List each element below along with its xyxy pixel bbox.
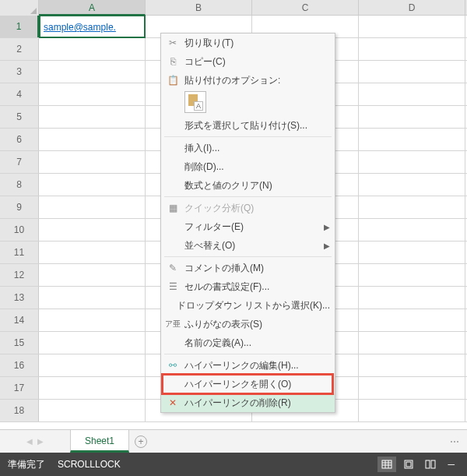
cell-D15[interactable]	[359, 332, 465, 354]
cell-D6[interactable]	[359, 129, 465, 150]
cell-D18[interactable]	[359, 400, 465, 421]
ctx-delete[interactable]: 削除(D)...	[161, 157, 335, 176]
sheet-tab-sheet1[interactable]: Sheet1	[70, 429, 129, 453]
row-header-12[interactable]: 12	[0, 264, 39, 286]
row-header-16[interactable]: 16	[0, 354, 39, 376]
cell-A1[interactable]: sample@sample.	[39, 15, 146, 38]
cell-A8[interactable]	[39, 174, 146, 196]
ctx-open-hyperlink[interactable]: ハイパーリンクを開く(O)	[161, 375, 335, 393]
row-header-14[interactable]: 14	[0, 309, 39, 331]
ctx-edit-hyperlink[interactable]: ⚯ ハイパーリンクの編集(H)...	[161, 356, 335, 375]
row-header-17[interactable]: 17	[0, 377, 39, 399]
cell-A14[interactable]	[39, 309, 146, 331]
cell-D8[interactable]	[359, 174, 465, 196]
ctx-insert-comment[interactable]: ✎ コメントの挿入(M)	[161, 259, 335, 277]
cell-A10[interactable]	[39, 219, 146, 241]
cell-A7[interactable]	[39, 151, 146, 173]
cell-A17[interactable]	[39, 377, 146, 399]
cell-D3[interactable]	[359, 61, 465, 83]
cell-D14[interactable]	[359, 309, 465, 331]
hyperlink-icon: ⚯	[161, 360, 184, 371]
cell-A16[interactable]	[39, 354, 146, 376]
tab-scroll-left-icon: ◀	[26, 437, 33, 446]
ctx-format-cells[interactable]: ☰ セルの書式設定(F)...	[161, 277, 335, 296]
row-header-3[interactable]: 3	[0, 61, 39, 83]
cell-A11[interactable]	[39, 242, 146, 263]
row-header-1[interactable]: 1	[0, 16, 39, 37]
cell-A3[interactable]	[39, 61, 146, 83]
ctx-dropdown-list[interactable]: ドロップダウン リストから選択(K)...	[161, 296, 335, 315]
view-normal-button[interactable]	[377, 457, 396, 472]
col-header-b[interactable]: B	[146, 0, 252, 15]
cell-D12[interactable]	[359, 264, 465, 286]
row-header-18[interactable]: 18	[0, 400, 39, 421]
ctx-clear[interactable]: 数式と値のクリア(N)	[161, 176, 335, 195]
row-header-15[interactable]: 15	[0, 332, 39, 354]
row-header-11[interactable]: 11	[0, 242, 39, 263]
cell-D7[interactable]	[359, 151, 465, 173]
col-header-a[interactable]: A	[39, 0, 146, 16]
view-page-layout-button[interactable]	[399, 457, 418, 472]
row-header-9[interactable]: 9	[0, 196, 39, 218]
svg-rect-6	[406, 462, 411, 467]
svg-rect-8	[431, 460, 435, 468]
row-header-8[interactable]: 8	[0, 174, 39, 196]
cell-A2[interactable]	[39, 38, 146, 60]
ctx-copy[interactable]: ⎘ コピー(C)	[161, 52, 335, 71]
ctx-cut[interactable]: ✂ 切り取り(T)	[161, 33, 335, 52]
tab-scroll-right-icon: ▶	[37, 437, 44, 446]
cell-D10[interactable]	[359, 219, 465, 241]
cell-A15[interactable]	[39, 332, 146, 354]
tab-scroll-controls[interactable]: ◀ ▶	[0, 430, 70, 453]
cell-D11[interactable]	[359, 242, 465, 263]
ctx-sort[interactable]: 並べ替え(O) ▶	[161, 236, 335, 255]
cell-A12[interactable]	[39, 264, 146, 286]
page-layout-icon	[403, 460, 414, 469]
paste-option-keep-text[interactable]	[184, 91, 206, 113]
view-page-break-button[interactable]	[421, 457, 440, 472]
sheet-tab-bar: ◀ ▶ Sheet1 + ⋯	[0, 429, 467, 453]
cell-A13[interactable]	[39, 287, 146, 309]
chevron-right-icon: ▶	[324, 242, 330, 250]
ctx-remove-hyperlink[interactable]: ✕ ハイパーリンクの削除(R)	[161, 393, 335, 412]
cell-D1[interactable]	[359, 16, 465, 37]
separator	[164, 136, 332, 137]
ctx-insert[interactable]: 挿入(I)...	[161, 139, 335, 157]
cell-D9[interactable]	[359, 196, 465, 218]
cell-A4[interactable]	[39, 83, 146, 105]
row-header-6[interactable]: 6	[0, 129, 39, 150]
separator	[164, 256, 332, 257]
cell-D17[interactable]	[359, 377, 465, 399]
cell-A6[interactable]	[39, 129, 146, 150]
row-header-10[interactable]: 10	[0, 219, 39, 241]
column-headers-row: A B C D	[0, 0, 467, 16]
row-header-5[interactable]: 5	[0, 106, 39, 128]
cell-D16[interactable]	[359, 354, 465, 376]
ctx-filter[interactable]: フィルター(E) ▶	[161, 217, 335, 236]
row-header-7[interactable]: 7	[0, 151, 39, 173]
cell-D13[interactable]	[359, 287, 465, 309]
ctx-paste-special[interactable]: 形式を選択して貼り付け(S)...	[161, 116, 335, 135]
row-header-2[interactable]: 2	[0, 38, 39, 60]
cell-A9[interactable]	[39, 196, 146, 218]
cell-D5[interactable]	[359, 106, 465, 128]
ctx-furigana[interactable]: ア亜 ふりがなの表示(S)	[161, 315, 335, 333]
cell-D4[interactable]	[359, 83, 465, 105]
new-sheet-button[interactable]: +	[129, 430, 153, 453]
col-header-d[interactable]: D	[359, 0, 465, 15]
col-header-c[interactable]: C	[252, 0, 359, 15]
select-all-corner[interactable]	[0, 0, 39, 16]
comment-icon: ✎	[161, 263, 184, 273]
hyperlink-text[interactable]: sample@sample.	[44, 22, 116, 33]
row-header-13[interactable]: 13	[0, 287, 39, 309]
cell-D2[interactable]	[359, 38, 465, 60]
remove-hyperlink-icon: ✕	[161, 397, 184, 408]
ctx-paste-options-header: 📋 貼り付けのオプション:	[161, 71, 335, 90]
cell-A5[interactable]	[39, 106, 146, 128]
furigana-icon: ア亜	[161, 319, 184, 330]
row-header-4[interactable]: 4	[0, 83, 39, 105]
cell-A18[interactable]	[39, 400, 146, 421]
tab-overflow[interactable]: ⋯	[442, 430, 467, 453]
zoom-out-button[interactable]: ─	[443, 459, 459, 470]
ctx-define-name[interactable]: 名前の定義(A)...	[161, 333, 335, 352]
